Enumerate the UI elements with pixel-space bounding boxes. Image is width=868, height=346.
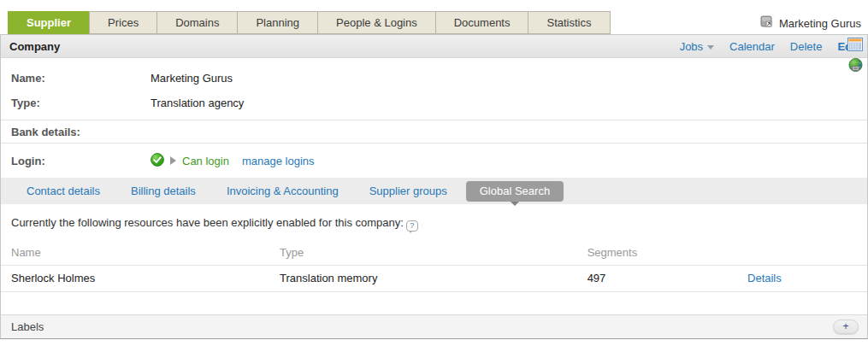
chevron-down-icon <box>707 45 714 50</box>
global-search-content: Currently the following resources have b… <box>1 204 867 338</box>
bank-details-section: Bank details: <box>1 120 867 143</box>
resources-intro: Currently the following resources have b… <box>1 204 867 241</box>
tab-people-logins[interactable]: People & Logins <box>317 11 436 34</box>
column-header-segments: Segments <box>577 241 737 266</box>
type-row: Type: Translation agency <box>1 91 867 115</box>
name-value: Marketing Gurus <box>151 72 233 85</box>
jobs-menu[interactable]: Jobs <box>680 40 714 53</box>
type-value: Translation agency <box>151 97 244 109</box>
globe-icon[interactable] <box>848 58 863 75</box>
subtab-contact-details[interactable]: Contact details <box>27 185 100 197</box>
manage-logins-link[interactable]: manage logins <box>242 155 315 167</box>
company-fields-section: Name: Marketing Gurus Type: Translation … <box>1 58 867 120</box>
subtab-global-search-active[interactable]: Global Search <box>466 181 564 202</box>
header-actions: Jobs Calendar Delete Edit <box>680 40 859 53</box>
subtab-invoicing-accounting[interactable]: Invoicing & Accounting <box>227 185 339 197</box>
login-section: Login: Can login manage logins <box>1 143 867 178</box>
green-check-icon <box>151 153 164 169</box>
sub-tabbar: Contact details Billing details Invoicin… <box>1 178 867 204</box>
type-label: Type: <box>11 97 151 109</box>
row-icon-column <box>847 38 863 75</box>
cell-resource-type: Translation memory <box>269 266 577 292</box>
table-row: Sherlock Holmes Translation memory 497 D… <box>1 266 867 292</box>
table-header-row: Name Type Segments <box>1 241 867 266</box>
tab-domains[interactable]: Domains <box>156 11 238 34</box>
login-value: Can login manage logins <box>151 153 315 169</box>
column-header-type: Type <box>269 241 577 266</box>
name-row: Name: Marketing Gurus <box>1 66 867 91</box>
column-header-name: Name <box>1 241 269 266</box>
panel-title: Company <box>9 40 60 53</box>
tab-supplier[interactable]: Supplier <box>8 11 90 34</box>
cell-resource-segments: 497 <box>577 266 737 292</box>
tab-planning[interactable]: Planning <box>237 11 318 34</box>
calendar-link[interactable]: Calendar <box>729 40 775 53</box>
subtab-supplier-groups[interactable]: Supplier groups <box>369 185 447 197</box>
labels-bar: Labels + <box>1 314 867 338</box>
login-status: Can login <box>182 155 229 167</box>
context-entity-name: Marketing Gurus <box>779 17 861 30</box>
context-entity: Marketing Gurus <box>760 15 861 31</box>
subtab-billing-details[interactable]: Billing details <box>131 185 196 197</box>
cell-resource-name: Sherlock Holmes <box>1 266 269 292</box>
help-icon[interactable]: ? <box>406 220 418 232</box>
delete-link[interactable]: Delete <box>790 40 823 53</box>
details-link[interactable]: Details <box>747 272 782 284</box>
tab-prices[interactable]: Prices <box>89 11 157 34</box>
login-label: Login: <box>11 155 151 167</box>
main-tabbar: Supplier Prices Domains Planning People … <box>9 11 611 34</box>
bank-details-label: Bank details: <box>11 126 80 138</box>
resources-table: Name Type Segments Sherlock Holmes Trans… <box>1 241 867 292</box>
name-label: Name: <box>11 72 151 85</box>
calendar-icon[interactable] <box>847 38 863 54</box>
tab-statistics[interactable]: Statistics <box>528 11 610 34</box>
company-panel: Company Jobs Calendar Delete Edit Name: … <box>0 34 868 339</box>
company-header-bar: Company Jobs Calendar Delete Edit <box>1 35 867 58</box>
add-label-button[interactable]: + <box>833 320 859 334</box>
labels-label: Labels <box>11 320 44 333</box>
tab-documents[interactable]: Documents <box>435 11 529 34</box>
window-shortcut-icon[interactable] <box>760 15 773 31</box>
expander-arrow-icon[interactable] <box>170 156 176 165</box>
column-header-actions <box>737 241 867 266</box>
